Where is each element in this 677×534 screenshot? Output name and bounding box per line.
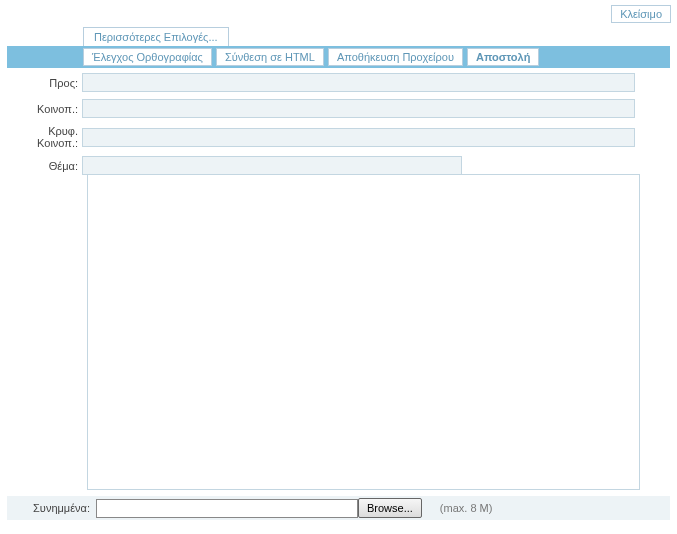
compose-form: Προς: Κοινοπ.: Κρυφ. Κοινοπ.: Θέμα: xyxy=(7,73,670,182)
save-draft-button[interactable]: Αποθήκευση Προχείρου xyxy=(328,48,463,66)
subject-label: Θέμα: xyxy=(7,160,82,172)
send-button[interactable]: Αποστολή xyxy=(467,48,539,66)
attachment-bar: Συνημμένα: Browse... (max. 8 M) xyxy=(7,496,670,520)
spellcheck-button[interactable]: Έλεγχος Ορθογραφίας xyxy=(83,48,212,66)
attachments-label: Συνημμένα: xyxy=(7,502,96,514)
compose-html-button[interactable]: Σύνθεση σε HTML xyxy=(216,48,324,66)
bcc-input[interactable] xyxy=(82,128,635,147)
toolbar: Έλεγχος Ορθογραφίας Σύνθεση σε HTML Αποθ… xyxy=(7,46,670,68)
to-input[interactable] xyxy=(82,73,635,92)
attachment-path-input[interactable] xyxy=(96,499,358,518)
bcc-label: Κρυφ. Κοινοπ.: xyxy=(7,125,82,149)
cc-label: Κοινοπ.: xyxy=(7,103,82,115)
to-label: Προς: xyxy=(7,77,82,89)
subject-input[interactable] xyxy=(82,156,462,175)
cc-input[interactable] xyxy=(82,99,635,118)
close-button[interactable]: Κλείσιμο xyxy=(611,5,671,23)
browse-button[interactable]: Browse... xyxy=(358,498,422,518)
more-options-button[interactable]: Περισσότερες Επιλογές... xyxy=(83,27,229,46)
max-size-hint: (max. 8 M) xyxy=(440,502,493,514)
message-body-textarea[interactable] xyxy=(87,174,640,490)
